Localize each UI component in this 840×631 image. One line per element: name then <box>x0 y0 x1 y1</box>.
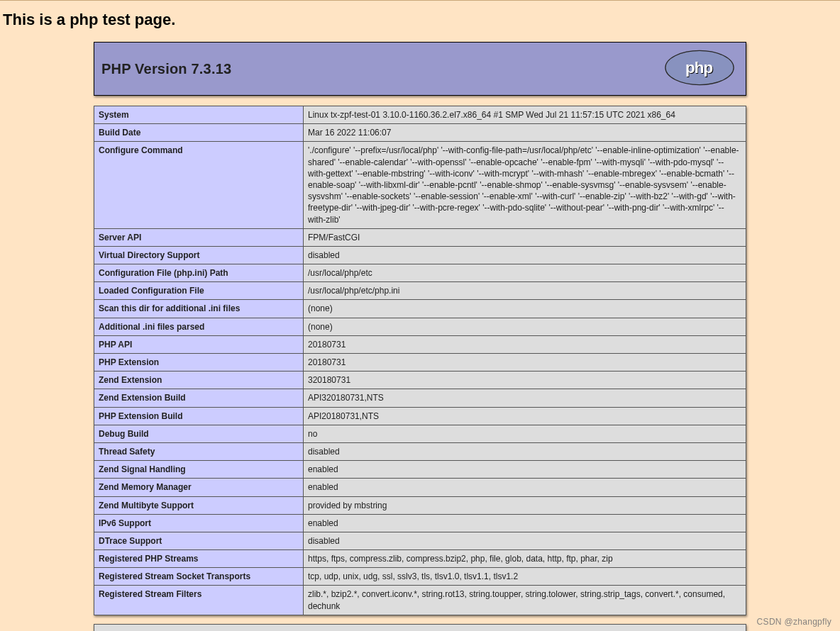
page-title: This is a php test page. <box>0 1 840 42</box>
table-row: PHP Extension20180731 <box>94 354 746 372</box>
table-row: Configure Command'./configure' '--prefix… <box>94 142 746 228</box>
info-key: Thread Safety <box>94 442 304 460</box>
info-value: /usr/local/php/etc <box>304 264 746 282</box>
table-row: Registered Stream Filterszlib.*, bzip2.*… <box>94 586 746 615</box>
info-value: API20180731,NTS <box>304 407 746 425</box>
info-value: disabled <box>304 246 746 264</box>
info-value: Linux tx-zpf-test-01 3.10.0-1160.36.2.el… <box>304 106 746 124</box>
table-row: DTrace Supportdisabled <box>94 532 746 549</box>
table-row: Build DateMar 16 2022 11:06:07 <box>94 124 746 142</box>
info-key: DTrace Support <box>94 532 304 549</box>
info-value: no <box>304 425 746 442</box>
zend-footer: This program makes use of the Zend Scrip… <box>94 624 746 631</box>
table-row: Zend Multibyte Supportprovided by mbstri… <box>94 496 746 514</box>
table-row: Configuration File (php.ini) Path/usr/lo… <box>94 264 746 282</box>
svg-text:php: php <box>685 59 713 77</box>
info-key: IPv6 Support <box>94 514 304 532</box>
info-value: enabled <box>304 479 746 496</box>
table-row: Registered Stream Socket Transportstcp, … <box>94 568 746 586</box>
info-value: provided by mbstring <box>304 496 746 514</box>
table-row: Server APIFPM/FastCGI <box>94 228 746 246</box>
table-row: Zend Memory Managerenabled <box>94 479 746 496</box>
info-value: 20180731 <box>304 354 746 372</box>
info-key: Configuration File (php.ini) Path <box>94 264 304 282</box>
info-key: PHP Extension Build <box>94 407 304 425</box>
info-key: Zend Extension Build <box>94 389 304 407</box>
info-key: Zend Memory Manager <box>94 479 304 496</box>
info-key: Loaded Configuration File <box>94 282 304 300</box>
table-row: Zend Extension320180731 <box>94 372 746 389</box>
table-row: Additional .ini files parsed(none) <box>94 318 746 335</box>
info-value: disabled <box>304 442 746 460</box>
table-row: IPv6 Supportenabled <box>94 514 746 532</box>
info-key: System <box>94 106 304 124</box>
info-key: PHP API <box>94 335 304 353</box>
info-value: Mar 16 2022 11:06:07 <box>304 124 746 142</box>
info-value: 20180731 <box>304 335 746 353</box>
info-value: './configure' '--prefix=/usr/local/php' … <box>304 142 746 228</box>
phpinfo-table: SystemLinux tx-zpf-test-01 3.10.0-1160.3… <box>94 106 746 615</box>
info-value: https, ftps, compress.zlib, compress.bzi… <box>304 550 746 568</box>
php-logo-icon: php php <box>661 48 739 89</box>
table-row: PHP API20180731 <box>94 335 746 353</box>
info-key: Scan this dir for additional .ini files <box>94 300 304 318</box>
table-row: SystemLinux tx-zpf-test-01 3.10.0-1160.3… <box>94 106 746 124</box>
table-row: Virtual Directory Supportdisabled <box>94 246 746 264</box>
table-row: Thread Safetydisabled <box>94 442 746 460</box>
info-key: Virtual Directory Support <box>94 246 304 264</box>
table-row: Loaded Configuration File/usr/local/php/… <box>94 282 746 300</box>
info-value: enabled <box>304 461 746 479</box>
watermark-text: CSDN @zhangpfly <box>757 617 831 627</box>
info-value: enabled <box>304 514 746 532</box>
info-key: Build Date <box>94 124 304 142</box>
info-key: Registered Stream Filters <box>94 586 304 615</box>
info-value: (none) <box>304 318 746 335</box>
info-value: zlib.*, bzip2.*, convert.iconv.*, string… <box>304 586 746 615</box>
info-value: disabled <box>304 532 746 549</box>
info-key: Zend Extension <box>94 372 304 389</box>
info-value: (none) <box>304 300 746 318</box>
footer-line-1: This program makes use of the Zend Scrip… <box>100 629 349 631</box>
info-value: API320180731,NTS <box>304 389 746 407</box>
info-value: /usr/local/php/etc/php.ini <box>304 282 746 300</box>
info-key: PHP Extension <box>94 354 304 372</box>
info-key: Debug Build <box>94 425 304 442</box>
info-value: FPM/FastCGI <box>304 228 746 246</box>
info-key: Registered Stream Socket Transports <box>94 568 304 586</box>
info-key: Additional .ini files parsed <box>94 318 304 335</box>
table-row: Zend Signal Handlingenabled <box>94 461 746 479</box>
table-row: Debug Buildno <box>94 425 746 442</box>
info-key: Configure Command <box>94 142 304 228</box>
table-row: PHP Extension BuildAPI20180731,NTS <box>94 407 746 425</box>
info-value: tcp, udp, unix, udg, ssl, sslv3, tls, tl… <box>304 568 746 586</box>
info-key: Zend Multibyte Support <box>94 496 304 514</box>
info-value: 320180731 <box>304 372 746 389</box>
info-key: Registered PHP Streams <box>94 550 304 568</box>
info-key: Server API <box>94 228 304 246</box>
php-version-header: PHP Version 7.3.13 php php <box>94 42 746 96</box>
table-row: Zend Extension BuildAPI320180731,NTS <box>94 389 746 407</box>
table-row: Registered PHP Streamshttps, ftps, compr… <box>94 550 746 568</box>
php-version-title: PHP Version 7.3.13 <box>101 61 231 77</box>
info-key: Zend Signal Handling <box>94 461 304 479</box>
table-row: Scan this dir for additional .ini files(… <box>94 300 746 318</box>
